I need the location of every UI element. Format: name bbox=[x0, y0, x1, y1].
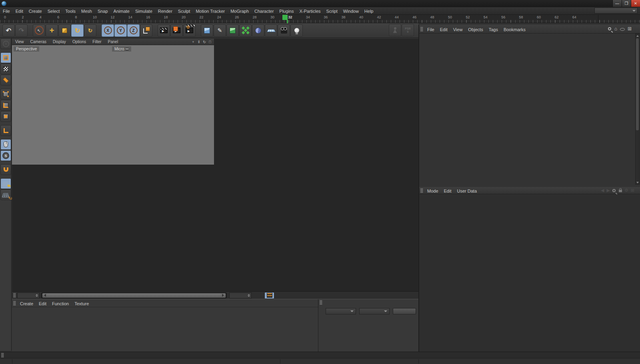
timeline-slider-handle[interactable] bbox=[42, 293, 226, 298]
menu-snap[interactable]: Snap bbox=[95, 8, 111, 14]
scroll-up-icon[interactable] bbox=[636, 34, 639, 38]
playhead[interactable] bbox=[282, 15, 288, 20]
coordinate-system-button[interactable] bbox=[140, 24, 152, 37]
scroll-down-icon[interactable] bbox=[636, 181, 639, 184]
om-menu-edit[interactable]: Edit bbox=[437, 26, 450, 33]
pan-icon[interactable]: + bbox=[190, 39, 196, 45]
menu-file[interactable]: File bbox=[0, 8, 13, 14]
camera-button[interactable] bbox=[278, 24, 290, 37]
menu-script[interactable]: Script bbox=[324, 8, 340, 14]
menu-mograph[interactable]: MoGraph bbox=[228, 8, 252, 14]
material-menu-create[interactable]: Create bbox=[17, 300, 36, 307]
om-menu-view[interactable]: View bbox=[450, 26, 466, 33]
home-icon[interactable]: ⌂ bbox=[614, 26, 617, 32]
panel-grip[interactable] bbox=[13, 301, 16, 306]
frame-stepper[interactable] bbox=[248, 294, 250, 297]
current-frame-field[interactable] bbox=[17, 292, 40, 298]
apply-button[interactable] bbox=[393, 308, 416, 314]
panel-grip[interactable] bbox=[420, 27, 423, 32]
pen-spline-button[interactable]: ✎ bbox=[214, 24, 226, 37]
enable-axis-button[interactable] bbox=[0, 125, 11, 136]
material-menu-texture[interactable]: Texture bbox=[72, 300, 92, 307]
path-icon[interactable] bbox=[620, 28, 625, 31]
frame-stepper[interactable] bbox=[36, 294, 38, 297]
am-menu-user-data[interactable]: User Data bbox=[454, 188, 480, 194]
end-frame-field[interactable] bbox=[229, 292, 252, 298]
transform-mode-select[interactable] bbox=[359, 308, 390, 314]
panel-grip[interactable] bbox=[420, 188, 423, 193]
viewport-perspective-canvas[interactable] bbox=[12, 45, 214, 165]
timeline-ruler[interactable]: 0246810121416182022242628303234363840424… bbox=[0, 15, 640, 20]
lock-y-button[interactable]: Y bbox=[114, 24, 127, 37]
layout-select[interactable] bbox=[594, 8, 638, 14]
menu-motion-tracker[interactable]: Motion Tracker bbox=[193, 8, 228, 14]
keyframe-selection-button[interactable] bbox=[264, 292, 274, 299]
subdivision-surface-button[interactable] bbox=[226, 24, 239, 37]
search-icon[interactable] bbox=[612, 189, 616, 192]
menu-character[interactable]: Character bbox=[252, 8, 276, 14]
deformer-button[interactable] bbox=[252, 24, 264, 37]
restore-button[interactable]: ❐ bbox=[622, 0, 631, 7]
slider-left-arrow-icon[interactable] bbox=[44, 294, 46, 297]
menu-animate[interactable]: Animate bbox=[111, 8, 132, 14]
om-menu-file[interactable]: File bbox=[424, 26, 437, 33]
light-button[interactable] bbox=[290, 24, 303, 37]
mouse-input-button[interactable] bbox=[0, 139, 11, 150]
slider-right-arrow-icon[interactable] bbox=[222, 294, 224, 297]
character-button[interactable] bbox=[389, 24, 401, 36]
expand-all-icon[interactable]: ⊞ bbox=[628, 26, 632, 32]
render-view-button[interactable] bbox=[158, 24, 170, 37]
am-menu-mode[interactable]: Mode bbox=[424, 188, 441, 194]
points-mode-button[interactable] bbox=[0, 89, 11, 99]
lock-z-button[interactable]: Z bbox=[127, 24, 140, 37]
minimize-button[interactable]: — bbox=[612, 0, 622, 7]
floor-button[interactable] bbox=[265, 24, 277, 37]
vp-menu-panel[interactable]: Panel bbox=[105, 39, 122, 44]
object-manager-scrollbar[interactable] bbox=[635, 34, 640, 185]
om-menu-bookmarks[interactable]: Bookmarks bbox=[501, 26, 528, 33]
move-button[interactable]: + bbox=[46, 24, 58, 37]
magnet-quantize-button[interactable] bbox=[0, 164, 11, 175]
lock-x-button[interactable]: X bbox=[102, 24, 114, 37]
om-menu-tags[interactable]: Tags bbox=[486, 26, 501, 33]
viewport-perspective[interactable]: ViewCamerasDisplayOptionsFilterPanel+⇕↻□… bbox=[12, 39, 214, 165]
panel-grip[interactable] bbox=[320, 300, 322, 305]
lock-icon[interactable] bbox=[619, 190, 622, 192]
om-menu-objects[interactable]: Objects bbox=[465, 26, 486, 33]
model-mode-button[interactable] bbox=[0, 52, 11, 63]
list-icon[interactable]: ⊞ bbox=[631, 188, 634, 193]
panel-grip[interactable] bbox=[13, 293, 16, 298]
edges-mode-button[interactable] bbox=[0, 100, 11, 111]
render-settings-button[interactable] bbox=[183, 24, 196, 37]
maximize-icon[interactable]: □ bbox=[207, 39, 213, 45]
search-icon[interactable] bbox=[608, 27, 611, 30]
workplane-mode-button[interactable] bbox=[0, 75, 11, 86]
coordinate-space-select[interactable] bbox=[326, 308, 356, 314]
undo-button[interactable]: ↶ bbox=[2, 24, 15, 37]
menu-tools[interactable]: Tools bbox=[62, 8, 78, 14]
orbit-icon[interactable]: ↻ bbox=[202, 39, 207, 45]
timeline-ruler-ticks[interactable] bbox=[0, 20, 640, 23]
render-picture-viewer-button[interactable] bbox=[170, 24, 183, 37]
texture-mode-button[interactable] bbox=[0, 64, 11, 74]
settings-icon[interactable]: ⚙ bbox=[624, 188, 628, 193]
vp-menu-cameras[interactable]: Cameras bbox=[27, 39, 50, 44]
redo-button[interactable]: ↷ bbox=[15, 24, 28, 37]
menu-window[interactable]: Window bbox=[340, 8, 362, 14]
scrollbar-thumb[interactable] bbox=[636, 38, 639, 130]
material-menu-edit[interactable]: Edit bbox=[36, 300, 49, 307]
dolly-icon[interactable]: ⇕ bbox=[196, 39, 202, 45]
menu-simulate[interactable]: Simulate bbox=[132, 8, 155, 14]
rotate-button[interactable]: ↻ bbox=[71, 24, 84, 37]
menu-create[interactable]: Create bbox=[26, 8, 45, 14]
polygons-mode-button[interactable] bbox=[0, 111, 11, 122]
mograph-button[interactable] bbox=[239, 24, 252, 37]
menu-sculpt[interactable]: Sculpt bbox=[175, 8, 193, 14]
last-tool-button[interactable]: ↻ bbox=[84, 24, 96, 37]
workplane-rotate-button[interactable] bbox=[0, 189, 11, 200]
live-selection-button[interactable]: ↖ bbox=[33, 24, 45, 37]
workplane-lock-button[interactable] bbox=[0, 178, 11, 189]
material-menu-function[interactable]: Function bbox=[49, 300, 72, 307]
history-back-icon[interactable]: ◀ bbox=[601, 188, 604, 193]
history-forward-icon[interactable]: ▶ bbox=[606, 188, 610, 193]
